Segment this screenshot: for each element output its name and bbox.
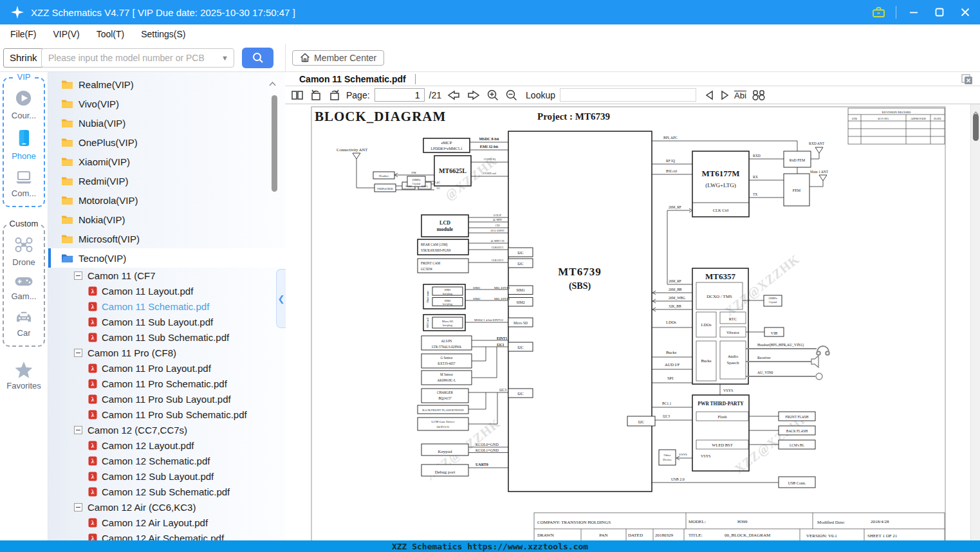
menu-tool-t[interactable]: Tool(T)	[97, 29, 125, 39]
minimize-button[interactable]	[905, 4, 922, 21]
tree-file-camon-11-layout-pdf[interactable]: λCamon 11 Layout.pdf	[48, 283, 285, 299]
pdf-file-icon: λ	[88, 302, 97, 311]
schematic-label: SIM2	[444, 299, 450, 302]
car-icon	[14, 309, 33, 326]
svg-text:λ: λ	[91, 458, 95, 465]
tree-folder-vivo-vip[interactable]: Vivo(VIP)	[48, 94, 285, 113]
pdf-scrollbar-thumb[interactable]	[973, 114, 979, 141]
binoculars-icon[interactable]	[751, 88, 766, 102]
find-next-icon[interactable]	[719, 89, 730, 101]
sidebar-item-drone[interactable]: Drone	[12, 236, 35, 267]
menu-settings-s[interactable]: Settings(S)	[141, 29, 185, 39]
collapse-expander-icon[interactable]	[74, 271, 82, 280]
sidebar-group-label-custom: Custom	[8, 219, 41, 228]
schematic-label: BSI ctrl	[666, 169, 678, 173]
schematic-label: LCD	[439, 220, 450, 226]
lookup-input[interactable]	[560, 88, 696, 102]
sidebar-item-gam[interactable]: Gam...	[11, 275, 36, 301]
menu-vip-v[interactable]: VIP(V)	[53, 29, 79, 39]
match-case-icon[interactable]: Abi	[734, 91, 746, 100]
tree-folder-realme-vip[interactable]: Realme(VIP)	[48, 75, 285, 94]
tree-file-camon-11-pro-sub-schematic-pdf[interactable]: λCamon 11 Pro Sub Schematic.pdf	[48, 407, 285, 422]
shrink-button[interactable]: Shrink	[3, 48, 44, 68]
schematic-label: SAW	[405, 185, 412, 188]
schematic-label: DCXO / TMS	[707, 294, 732, 299]
tree-scroll-up-icon[interactable]	[269, 77, 276, 89]
maximize-button[interactable]	[931, 4, 948, 21]
tree-folder-motorola-vip[interactable]: Motorola(VIP)	[48, 190, 285, 210]
tree-file-camon-12-air-layout-pdf[interactable]: λCamon 12 Air Layout.pdf	[48, 515, 285, 530]
tree-folder-oneplus-vip[interactable]: OnePlus(VIP)	[48, 133, 285, 152]
two-page-view-icon[interactable]	[290, 88, 304, 102]
folder-icon	[61, 118, 73, 128]
next-page-icon[interactable]	[466, 89, 481, 102]
schematic-label: I2C	[517, 250, 524, 255]
rotate-right-icon[interactable]	[328, 88, 342, 102]
schematic-label: MSDC 8-bit	[479, 137, 499, 141]
tree-folder-nokia-vip[interactable]: Nokia(VIP)	[48, 210, 285, 229]
tree-file-camon-11-schematic-pdf[interactable]: λCamon 11 Schematic.pdf	[48, 299, 285, 314]
schematic-label: SIM2	[473, 297, 481, 300]
schematic-label: SHEET 1 OF 21	[867, 533, 898, 538]
page-number-input[interactable]	[374, 88, 425, 102]
tree-file-camon-12-layout-pdf[interactable]: λCamon 12 Layout.pdf	[48, 437, 285, 453]
pdf-viewer: Camon 11 Schematic.pdf Page: /21	[285, 72, 980, 540]
tree-file-camon-12-schematic-pdf[interactable]: λCamon 12 Schematic.pdf	[48, 453, 285, 468]
schematic-label: (LWG+LTG)	[705, 182, 736, 189]
tree-group-camon-12-cc7-cc7s[interactable]: Camon 12 (CC7,CC7s)	[48, 422, 285, 437]
zoom-in-icon[interactable]	[486, 88, 500, 102]
schematic-label: PWR THIRD-PARTY	[698, 401, 744, 407]
search-button[interactable]	[242, 48, 273, 68]
previous-page-icon[interactable]	[446, 89, 461, 102]
tree-file-camon-12-sub-layout-pdf[interactable]: λCamon 12 Sub Layout.pdf	[48, 468, 285, 484]
collapse-expander-icon[interactable]	[74, 503, 82, 511]
sidebar-item-cour[interactable]: Cour...	[12, 89, 36, 120]
tree-file-camon-11-pro-layout-pdf[interactable]: λCamon 11 Pro Layout.pdf	[48, 360, 285, 376]
briefcase-icon[interactable]	[870, 4, 887, 21]
tree-folder-xiaomi-vip[interactable]: Xiaomi(VIP)	[48, 152, 285, 171]
collapse-expander-icon[interactable]	[74, 349, 82, 357]
find-previous-icon[interactable]	[705, 89, 715, 101]
tree-file-camon-11-sub-schematic-pdf[interactable]: λCamon 11 Sub Schematic.pdf	[48, 329, 285, 345]
close-document-icon[interactable]	[960, 73, 974, 88]
member-center-button[interactable]: Member Center	[292, 50, 384, 66]
menu-file-f[interactable]: File(F)	[10, 29, 36, 39]
tree-folder-tecno-vip[interactable]: Tecno(VIP)	[48, 248, 285, 268]
tree-group-camon-11-cf7[interactable]: Camon 11 (CF7	[48, 268, 285, 283]
schematic-label: hot-plug	[443, 292, 453, 295]
tree-file-camon-11-sub-layout-pdf[interactable]: λCamon 11 Sub Layout.pdf	[48, 314, 285, 329]
close-button[interactable]	[957, 4, 974, 21]
rotate-left-icon[interactable]	[309, 88, 323, 102]
sidebar-item-com[interactable]: Com...	[12, 169, 36, 198]
status-text: XZZ Schematics https://www.xzztools.com	[392, 542, 588, 551]
schematic-label: CLK1/I2C2	[492, 259, 504, 262]
sidebar-item-car[interactable]: Car	[14, 309, 33, 338]
tree-file-camon-11-pro-schematic-pdf[interactable]: λCamon 11 Pro Schematic.pdf	[48, 376, 285, 391]
sidebar-item-phone[interactable]: Phone	[12, 129, 36, 161]
window-title: XZZ Schematics V4.77 [ VIP Due date: 202…	[31, 7, 295, 18]
tree-file-camon-12-air-schematic-pdf[interactable]: λCamon 12 Air Schematic.pdf	[48, 530, 285, 540]
sidebar-item-favorites[interactable]: Favorites	[0, 361, 48, 391]
main-area: VIPCour...PhoneCom...CustomDroneGam...Ca…	[0, 72, 980, 540]
tree-folder-nubia-vip[interactable]: Nubia(VIP)	[48, 113, 285, 133]
tree-collapse-handle[interactable]: ❮	[276, 269, 286, 328]
schematic-label: 5G	[436, 187, 440, 190]
tree-file-camon-11-pro-sub-layout-pdf[interactable]: λCamon 11 Pro Sub Layout.pdf	[48, 391, 285, 407]
schematic-label: VSYS	[701, 454, 710, 458]
document-tab[interactable]: Camon 11 Schematic.pdf	[285, 74, 415, 84]
schematic-label: RXD ANT	[809, 142, 825, 145]
tree-file-camon-12-sub-schematic-pdf[interactable]: λCamon 12 Sub Schematic.pdf	[48, 484, 285, 499]
tree-folder-redmi-vip[interactable]: Redmi(VIP)	[48, 171, 285, 190]
tree-folder-microsoft-vip[interactable]: Microsoft(VIP)	[48, 229, 285, 248]
tree-group-camon-11-pro-cf8[interactable]: Camon 11 Pro (CF8)	[48, 345, 285, 360]
pdf-scrollbar[interactable]	[970, 104, 980, 540]
model-search-input[interactable]	[42, 53, 221, 63]
schematic-label: OCP2131	[437, 425, 450, 428]
svg-text:λ: λ	[91, 304, 95, 310]
schematic-label: USB 2.0	[671, 477, 685, 481]
tree-group-camon-12-air-cc6-kc3[interactable]: Camon 12 Air (CC6,KC3)	[48, 499, 285, 515]
collapse-expander-icon[interactable]	[74, 426, 82, 434]
zoom-out-icon[interactable]	[504, 88, 519, 102]
chevron-down-icon[interactable]: ▼	[221, 54, 234, 62]
tree-scrollbar-thumb[interactable]	[272, 95, 277, 192]
